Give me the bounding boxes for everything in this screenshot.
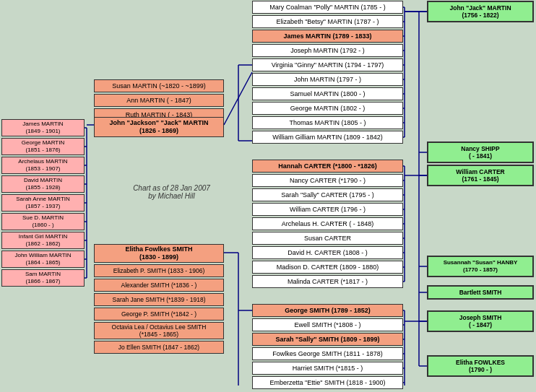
thomas-martin: Thomas MARTIN (1805 - ) — [252, 116, 403, 129]
chart-label: Chart as of 28 Jan 2007 by Michael Hill — [112, 184, 231, 200]
infant-girl-martin-node: Infant Girl MARTIN (1862 - 1862) — [1, 232, 85, 249]
sarah-anne-martin-left-node: Sarah Anne MARTIN (1857 - 1937) — [1, 194, 85, 212]
john-william-martin-node: John William MARTIN (1864 - 1865) — [1, 251, 85, 268]
james-martin-left-node: James MARTIN (1849 - 1901) — [1, 119, 85, 136]
sam-martin-node: Sam MARTIN (1866 - 1867) — [1, 269, 85, 287]
george-martin-1802: George MARTIN (1802 - ) — [252, 102, 403, 115]
elitha-fowlkes-smith-node: Elitha Fowlkes SMITH (1830 - 1899) — [94, 244, 224, 263]
malinda-carter: Malinda CARTER (*1817 - ) — [252, 275, 403, 288]
madison-carter: Madison D. CARTER (1809 - 1880) — [252, 261, 403, 274]
joseph-smith-node: Joseph SMITH ( - 1847) — [427, 310, 534, 332]
bartlett-smith-node: Bartlett SMITH — [427, 285, 534, 300]
joseph-martin-1792: Joseph MARTIN (1792 - ) — [252, 44, 403, 57]
ewell-smith: Ewell SMITH (*1808 - ) — [252, 318, 403, 331]
ann-martin-node: Ann MARTIN ( - 1847) — [94, 94, 224, 107]
emberzetta-smith: Emberzetta "Ettie" SMITH (1818 - 1900) — [252, 376, 403, 389]
sarah-sally-smith: Sarah "Sally" SMITH (1809 - 1899) — [252, 333, 403, 346]
harriet-smith: Harriet SMITH (*1815 - ) — [252, 362, 403, 375]
david-martin-left-node: David MARTIN (1855 - 1928) — [1, 175, 85, 193]
virginia-martin: Virginia "Ginny" MARTIN (1794 - 1797) — [252, 58, 403, 71]
george-p-smith-node: George P. SMITH (*1842 - ) — [94, 308, 224, 321]
susannah-hanby-node: Susannah "Susan" HANBY (1770 - 1857) — [427, 256, 534, 277]
william-gilliam-martin: William Gilliam MARTIN (1809 - 1842) — [252, 131, 403, 144]
nancy-shipp-node: Nancy SHIPP ( - 1841) — [427, 141, 534, 163]
susan-martin-node: Susan MARTIN (~1820 - ~1899) — [94, 79, 224, 92]
archelaus-h-carter: Archelaus H. CARTER ( - 1848) — [252, 217, 403, 230]
hannah-carter: Hannah CARTER (*1800 - *1826) — [252, 160, 403, 173]
william-carter-node: William CARTER (1761 - 1845) — [427, 165, 534, 186]
sarah-jane-smith-node: Sarah Jane SMITH (*1839 - 1918) — [94, 293, 224, 306]
nancy-carter: Nancy CARTER (*1790 - ) — [252, 174, 403, 187]
alexander-smith-node: Alexander SMITH (*1836 - ) — [94, 279, 224, 292]
sue-martin-left-node: Sue D. MARTIN (1860 - ) — [1, 213, 85, 230]
mary-coalman-martin: Mary Coalman "Polly" MARTIN (1785 - ) — [252, 1, 403, 14]
samuel-martin: Samuel MARTIN (1800 - ) — [252, 87, 403, 100]
john-martin-1797: John MARTIN (1797 - ) — [252, 73, 403, 86]
william-carter-1796: William CARTER (1796 - ) — [252, 203, 403, 216]
genealogy-chart: John "Jack" MARTIN (1756 - 1822) Nancy S… — [0, 0, 536, 392]
elizabeth-p-smith-node: Elizabeth P. SMITH (1833 - 1906) — [94, 264, 224, 277]
james-martin-1789: James MARTIN (1789 - 1833) — [252, 30, 403, 43]
george-martin-left-node: George MARTIN (1851 - 1876) — [1, 138, 85, 155]
john-jack-martin-node: John "Jack" MARTIN (1756 - 1822) — [427, 1, 534, 22]
archelaus-martin-left-node: Archelaus MARTIN (1853 - 1907) — [1, 157, 85, 174]
fowlkes-george-smith: Fowlkes George SMITH (1811 - 1878) — [252, 347, 403, 360]
svg-line-43 — [224, 72, 252, 125]
sarah-carter: Sarah "Sally" CARTER (1795 - ) — [252, 188, 403, 201]
susan-carter: Susan CARTER — [252, 232, 403, 245]
elitha-fowlkes-node: Elitha FOWLKES (1790 - ) — [427, 355, 534, 377]
john-jackson-martin-node: John "Jackson" "Jack" MARTIN (1826 - 186… — [94, 117, 224, 137]
david-h-carter: David H. CARTER (1808 - ) — [252, 246, 403, 259]
jo-ellen-smith-node: Jo Ellen SMITH (1847 - 1862) — [94, 341, 224, 354]
elizabeth-betsy-martin: Elizabeth "Betsy" MARTIN (1787 - ) — [252, 15, 403, 28]
octavia-smith-node: Octavia Lea / Octavius Lee SMITH (*1845 … — [94, 322, 224, 339]
george-smith-1789: George SMITH (1789 - 1852) — [252, 304, 403, 317]
